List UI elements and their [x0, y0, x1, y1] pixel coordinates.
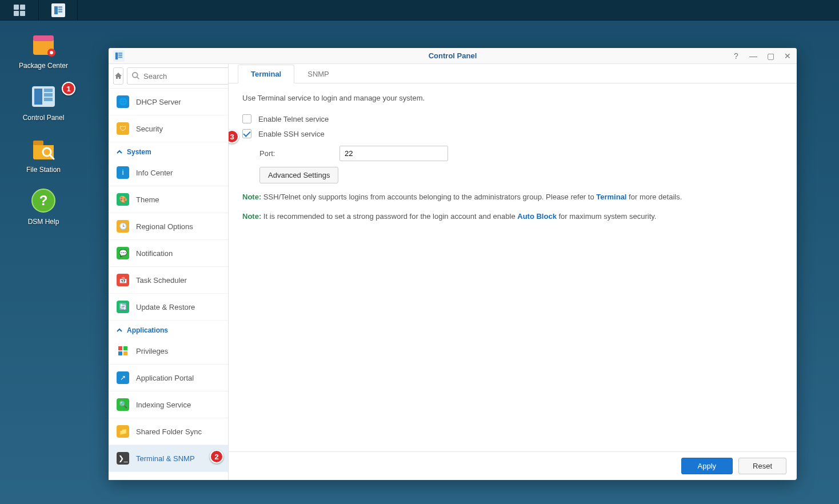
- taskbar: [0, 0, 839, 21]
- sidebar-item-privileges[interactable]: Privileges: [109, 338, 228, 365]
- taskbar-app-controlpanel[interactable]: [39, 0, 78, 21]
- tab-terminal[interactable]: Terminal: [238, 65, 294, 83]
- port-label: Port:: [259, 149, 334, 158]
- taskbar-main-menu[interactable]: [0, 0, 39, 21]
- sidebar-item-sharedsync[interactable]: 📁 Shared Folder Sync: [109, 418, 228, 445]
- search-icon: 🔍: [117, 398, 129, 411]
- control-panel-window: Control Panel ? — ▢ ✕ 🌐 DHCP Server: [109, 48, 797, 480]
- note-text: SSH/Telnet only supports logins from acc…: [261, 193, 596, 201]
- palette-icon: 🎨: [117, 193, 129, 206]
- telnet-row: Enable Telnet service: [242, 111, 783, 126]
- terminal-description: Use Terminal service to login and manage…: [242, 94, 783, 102]
- sidebar-item-label: Terminal & SNMP: [136, 454, 195, 463]
- terminal-link[interactable]: Terminal: [596, 193, 626, 201]
- desktop-icon-label: Control Panel: [23, 114, 65, 122]
- maximize-icon[interactable]: ▢: [766, 51, 775, 61]
- minimize-icon[interactable]: —: [749, 51, 758, 61]
- desktop-icon-dsm-help[interactable]: ? DSM Help: [15, 187, 72, 226]
- sidebar-item-appportal[interactable]: ↗ Application Portal: [109, 365, 228, 391]
- note-text: for maximum system security.: [557, 212, 657, 221]
- help-icon: ?: [30, 187, 57, 214]
- reset-button[interactable]: Reset: [738, 458, 786, 474]
- note-1: Note: SSH/Telnet only supports logins fr…: [242, 191, 783, 203]
- annotation-badge-3: 3: [229, 130, 239, 143]
- desktop-icon-label: DSM Help: [28, 218, 59, 226]
- note-label: Note:: [242, 193, 261, 201]
- sidebar-item-label: Indexing Service: [136, 401, 191, 409]
- clock-icon: 🕒: [117, 220, 129, 233]
- home-button[interactable]: [113, 67, 123, 85]
- svg-rect-28: [123, 351, 127, 355]
- svg-rect-11: [44, 93, 53, 97]
- privileges-icon: [117, 345, 129, 357]
- terminal-tab-body: Use Terminal service to login and manage…: [229, 83, 797, 451]
- sidebar-item-indexing[interactable]: 🔍 Indexing Service: [109, 391, 228, 418]
- autoblock-link[interactable]: Auto Block: [517, 212, 557, 221]
- calendar-icon: 📅: [117, 274, 129, 286]
- sidebar-item-label: Task Scheduler: [136, 276, 187, 285]
- sidebar-item-update[interactable]: 🔄 Update & Restore: [109, 294, 228, 321]
- button-label: Reset: [753, 462, 772, 470]
- chat-icon: 💬: [117, 247, 129, 259]
- svg-text:?: ?: [39, 193, 48, 208]
- filestation-icon: [30, 135, 57, 162]
- sidebar-item-taskscheduler[interactable]: 📅 Task Scheduler: [109, 267, 228, 294]
- desktop-icon-control-panel[interactable]: Control Panel 1: [15, 83, 72, 122]
- sidebar-item-label: Notification: [136, 249, 173, 258]
- svg-rect-25: [118, 346, 122, 350]
- button-label: Apply: [698, 462, 717, 470]
- info-icon: i: [117, 166, 129, 179]
- dhcp-icon: 🌐: [117, 95, 129, 108]
- titlebar[interactable]: Control Panel ? — ▢ ✕: [109, 48, 797, 64]
- svg-rect-26: [123, 346, 127, 350]
- note-label: Note:: [242, 212, 261, 221]
- close-icon[interactable]: ✕: [783, 51, 792, 61]
- sidebar-item-dhcp[interactable]: 🌐 DHCP Server: [109, 89, 228, 115]
- svg-rect-13: [33, 141, 43, 145]
- package-icon: [30, 31, 57, 58]
- search-field[interactable]: [127, 67, 229, 85]
- sidebar-item-label: Theme: [136, 195, 159, 204]
- sidebar-group-applications[interactable]: Applications: [109, 321, 228, 338]
- sidebar-item-label: Privileges: [136, 347, 168, 355]
- sidebar-group-system[interactable]: System: [109, 142, 228, 159]
- svg-rect-10: [44, 89, 53, 92]
- sidebar-item-label: Security: [136, 125, 163, 133]
- help-icon[interactable]: ?: [732, 51, 741, 61]
- chevron-up-icon: [117, 327, 122, 333]
- apply-button[interactable]: Apply: [681, 458, 733, 474]
- shield-icon: 🛡: [117, 122, 129, 135]
- sidebar-item-label: Application Portal: [136, 374, 194, 382]
- sidebar-item-label: Info Center: [136, 169, 173, 177]
- tab-label: SNMP: [307, 70, 329, 78]
- svg-rect-0: [54, 6, 58, 14]
- sidebar-item-notification[interactable]: 💬 Notification: [109, 240, 228, 267]
- telnet-checkbox[interactable]: [242, 114, 251, 123]
- note-text: for more details.: [626, 193, 682, 201]
- port-input[interactable]: [339, 146, 448, 161]
- advanced-settings-button[interactable]: Advanced Settings: [259, 167, 338, 183]
- desktop-icon-package-center[interactable]: Package Center: [15, 31, 72, 70]
- chevron-up-icon: [117, 149, 122, 155]
- ssh-checkbox[interactable]: [242, 129, 251, 138]
- desktop-icon-file-station[interactable]: File Station: [15, 135, 72, 174]
- sidebar-item-label: Regional Options: [136, 222, 193, 231]
- sidebar-item-label: Update & Restore: [136, 303, 195, 311]
- window-title: Control Panel: [109, 51, 797, 60]
- svg-rect-22: [118, 56, 122, 58]
- svg-rect-5: [33, 35, 54, 41]
- sidebar-item-terminal-snmp[interactable]: ❯_ Terminal & SNMP 2: [109, 445, 228, 472]
- svg-rect-19: [115, 52, 118, 59]
- tab-snmp[interactable]: SNMP: [294, 65, 342, 83]
- search-input[interactable]: [143, 72, 229, 81]
- search-icon: [132, 72, 140, 80]
- sidebar-item-security[interactable]: 🛡 Security: [109, 115, 228, 142]
- sidebar-item-info[interactable]: i Info Center: [109, 159, 228, 186]
- svg-rect-27: [118, 351, 122, 355]
- telnet-label: Enable Telnet service: [258, 115, 329, 123]
- sidebar-group-label: System: [127, 148, 151, 156]
- button-label: Advanced Settings: [268, 171, 330, 179]
- sidebar-item-theme[interactable]: 🎨 Theme: [109, 186, 228, 213]
- svg-point-23: [133, 73, 138, 78]
- sidebar-item-regional[interactable]: 🕒 Regional Options: [109, 213, 228, 240]
